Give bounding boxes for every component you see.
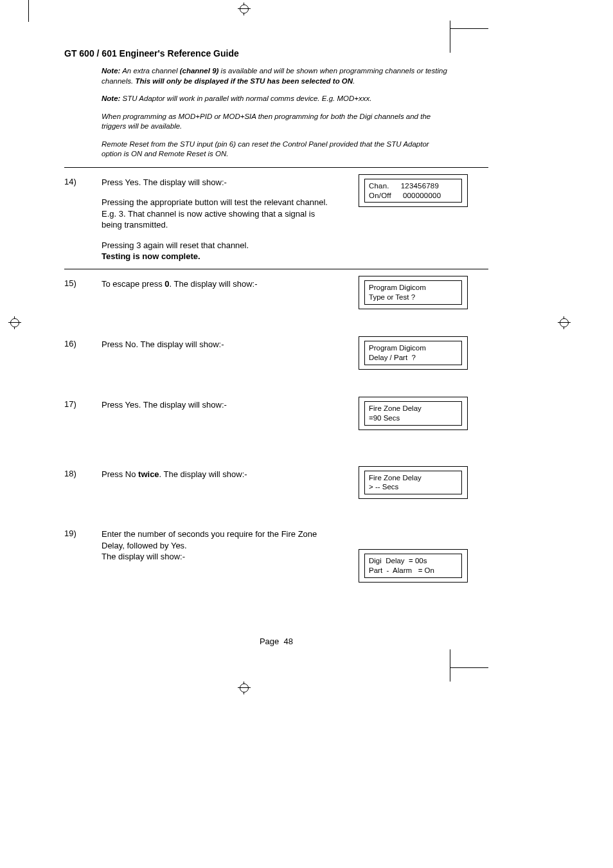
registration-mark-icon [8,316,21,329]
step-text: Press No. The display will show:- [102,339,333,350]
step-15: 15) To escape press 0. The display will … [64,278,488,309]
step-text: Enter the number of seconds you require … [102,529,333,563]
crop-mark [450,28,488,29]
lcd-column: Chan.123456789On/Off000000000 [333,177,487,262]
step-18: 18) Press No twice. The display will sho… [64,469,488,500]
step-19: 19) Enter the number of seconds you requ… [64,529,488,583]
step-text: Pressing the appropriate button will tes… [102,197,333,231]
page: GT 600 / 601 Engineer's Reference Guide … [0,0,613,868]
crop-mark [450,667,488,668]
lcd-screen: Digi Delay = 00s Part - Alarm = On [364,554,462,578]
lcd-column: Digi Delay = 00s Part - Alarm = On [333,529,487,583]
page-number: 48 [284,637,293,646]
lcd-display: Digi Delay = 00s Part - Alarm = On [359,549,468,583]
step-number: 15) [64,278,102,309]
step-body: Press No twice. The display will show:- [102,469,333,500]
step-text: To escape press 0. The display will show… [102,278,333,290]
lcd-column: Program Digicom Delay / Part ? [333,339,487,370]
step-text: Press Yes. The display will show:- [102,177,333,188]
notes-block: Note: An extra channel (channel 9) is av… [102,66,450,159]
step-17: 17) Press Yes. The display will show:- F… [64,399,488,430]
note-3: When programming as MOD+PID or MOD+SIA t… [102,112,450,132]
divider [64,269,488,269]
registration-mark-icon [238,3,251,15]
note-1: Note: An extra channel (channel 9) is av… [102,66,450,86]
step-number: 18) [64,469,102,500]
step-number: 19) [64,529,102,583]
lcd-screen: Fire Zone Delay =90 Secs [364,401,462,426]
step-number: 16) [64,339,102,370]
lcd-screen: Chan.123456789On/Off000000000 [364,179,462,203]
step-body: Press No. The display will show:- [102,339,333,370]
step-body: To escape press 0. The display will show… [102,278,333,309]
lcd-display: Fire Zone Delay =90 Secs [359,397,468,430]
lcd-column: Fire Zone Delay =90 Secs [333,399,487,430]
lcd-display: Program Digicom Type or Test ? [359,276,468,309]
step-text: Press No twice. The display will show:- [102,469,333,480]
step-16: 16) Press No. The display will show:- Pr… [64,339,488,370]
note-2: Note: STU Adaptor will work in parallel … [102,94,450,104]
step-text: Press Yes. The display will show:- [102,399,333,411]
lcd-screen: Fire Zone Delay > -- Secs [364,471,462,495]
step-text: Pressing 3 again will reset that channel… [102,240,333,262]
lcd-screen: Program Digicom Delay / Part ? [364,341,462,365]
content-area: GT 600 / 601 Engineer's Reference Guide … [64,48,488,612]
registration-mark-icon [238,682,251,694]
lcd-column: Fire Zone Delay > -- Secs [333,469,487,500]
note-4: Remote Reset from the STU input (pin 6) … [102,140,450,159]
divider [64,167,488,168]
lcd-display: Fire Zone Delay > -- Secs [359,466,468,500]
crop-mark [28,0,29,22]
registration-mark-icon [558,316,571,329]
page-label: Page [260,637,279,646]
step-body: Enter the number of seconds you require … [102,529,333,583]
step-14: 14) Press Yes. The display will show:- P… [64,177,488,262]
lcd-display: Program Digicom Delay / Part ? [359,336,468,370]
lcd-column: Program Digicom Type or Test ? [333,278,487,309]
page-footer: Page 48 [64,637,488,646]
page-title: GT 600 / 601 Engineer's Reference Guide [64,48,488,59]
step-number: 14) [64,177,102,262]
step-body: Press Yes. The display will show:- Press… [102,177,333,262]
crop-mark [450,649,450,682]
step-body: Press Yes. The display will show:- [102,399,333,430]
lcd-display: Chan.123456789On/Off000000000 [359,174,468,208]
lcd-screen: Program Digicom Type or Test ? [364,280,462,305]
step-number: 17) [64,399,102,430]
